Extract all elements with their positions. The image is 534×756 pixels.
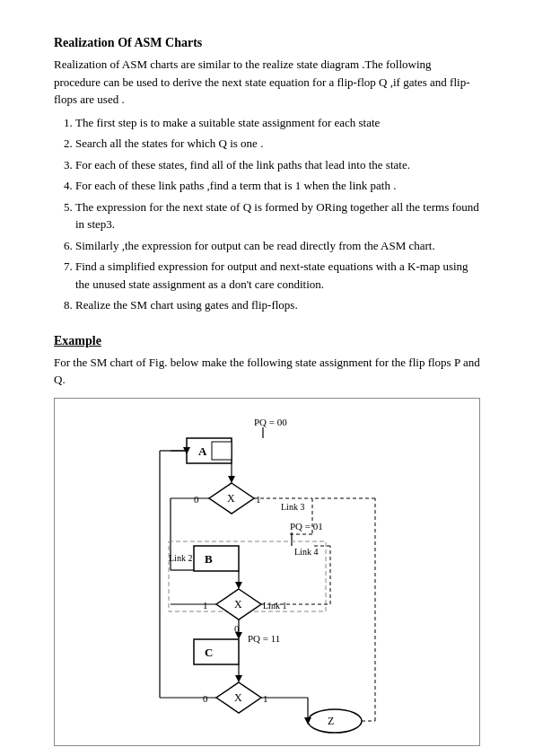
link4-label: Link 4 — [294, 547, 318, 557]
state-b-label: B — [205, 552, 213, 566]
zero-label-top: 0 — [194, 494, 199, 505]
step-3: For each of these states, find all of th… — [75, 156, 480, 174]
step-4: For each of these link paths ,find a ter… — [75, 177, 480, 195]
example-text: For the SM chart of Fig. below make the … — [54, 354, 480, 389]
z-output — [308, 709, 362, 733]
link2-label: Link 2 — [169, 553, 192, 563]
svg-marker-17 — [235, 632, 242, 639]
one-label-bot: 1 — [263, 693, 268, 704]
step-1: The first step is to make a suitable sta… — [75, 114, 480, 132]
pq11-label: PQ = 11 — [248, 633, 280, 644]
one-label-mid: 1 — [203, 600, 208, 611]
link3-label: Link 3 — [281, 502, 304, 512]
pq00-label: PQ = 00 — [254, 417, 287, 427]
step-8: Realize the SM chart using gates and fli… — [75, 296, 480, 314]
state-a-inner — [212, 442, 232, 460]
pq01-label: PQ = 01 — [290, 521, 323, 532]
x-bot-label: X — [234, 691, 242, 704]
x-top-label: X — [227, 492, 235, 505]
steps-list: The first step is to make a suitable sta… — [75, 114, 480, 314]
link1-label: Link 1 — [263, 601, 286, 611]
asm-chart-svg: PQ = 00 A X 0 1 Link 3 PQ = 01 B — [115, 413, 420, 736]
state-c-label: C — [205, 646, 213, 659]
one-label-top: 1 — [256, 494, 261, 505]
svg-marker-11 — [235, 582, 242, 589]
z-label: Z — [328, 715, 334, 727]
intro-text: Realization of ASM charts are similar to… — [54, 56, 480, 109]
section-title: Realization Of ASM Charts — [54, 36, 480, 50]
state-a-label: A — [198, 444, 207, 458]
state-c-rect — [194, 639, 239, 664]
step-6: Similarly ,the expression for output can… — [75, 237, 480, 255]
step-5: The expression for the next state of Q i… — [75, 198, 480, 233]
diagram-container: PQ = 00 A X 0 1 Link 3 PQ = 01 B — [54, 398, 480, 746]
state-b-rect — [194, 546, 239, 571]
step-2: Search all the states for which Q is one… — [75, 135, 480, 153]
step-7: Find a simplified expression for output … — [75, 258, 480, 293]
x-mid-label: X — [234, 598, 242, 611]
svg-marker-2 — [228, 476, 235, 483]
zero-label-bot: 0 — [203, 693, 208, 704]
example-title: Example — [54, 334, 101, 348]
svg-marker-19 — [235, 675, 242, 682]
